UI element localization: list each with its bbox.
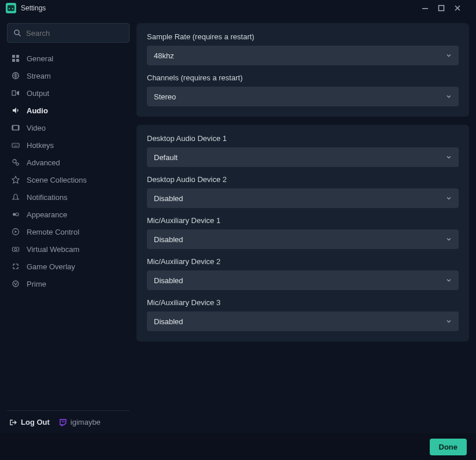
globe-icon [10, 72, 21, 80]
sidebar-item-output[interactable]: Output [7, 84, 130, 102]
sidebar-item-label: Hotkeys [27, 141, 54, 150]
sidebar-item-label: Remote Control [27, 228, 79, 236]
appearance-icon [10, 210, 21, 218]
select-sample-rate[interactable]: 48khz [147, 46, 459, 65]
select-value: Default [154, 153, 178, 162]
sidebar-item-appearance[interactable]: Appearance [7, 206, 130, 223]
sidebar-item-notifications[interactable]: Notifications [7, 188, 130, 206]
field-mic-aux-3: Mic/Auxiliary Device 3 Disabled [147, 298, 459, 331]
svg-rect-4 [439, 6, 444, 11]
select-desktop-audio-2[interactable]: Disabled [147, 188, 459, 208]
sidebar-item-label: Appearance [27, 210, 67, 219]
chevron-down-icon [446, 154, 452, 160]
chevron-down-icon [446, 94, 452, 99]
svg-point-17 [15, 144, 16, 145]
user-chip[interactable]: igimaybe [59, 418, 101, 426]
svg-rect-2 [12, 8, 13, 9]
svg-point-16 [13, 144, 14, 145]
select-desktop-audio-1[interactable]: Default [147, 147, 459, 167]
window-title: Settings [21, 4, 46, 12]
minimize-button[interactable] [422, 5, 438, 12]
gears-icon [10, 158, 21, 166]
camera-icon [10, 245, 21, 253]
select-channels[interactable]: Stereo [147, 87, 459, 106]
svg-point-21 [16, 163, 19, 165]
select-value: 48khz [154, 51, 174, 60]
username: igimaybe [71, 418, 101, 426]
select-mic-aux-2[interactable]: Disabled [147, 270, 459, 290]
logout-icon [9, 418, 17, 426]
search-icon [13, 29, 21, 37]
field-label: Mic/Auxiliary Device 1 [147, 216, 459, 225]
sidebar-item-stream[interactable]: Stream [7, 67, 130, 84]
overlay-icon [10, 262, 21, 270]
main-content: Sample Rate (requires a restart) 48khz C… [136, 23, 469, 426]
sidebar-item-virtual-webcam[interactable]: Virtual Webcam [7, 240, 130, 258]
svg-rect-13 [12, 125, 13, 130]
select-value: Stereo [154, 92, 176, 101]
sidebar-item-label: Audio [27, 106, 48, 115]
keyboard-icon [10, 141, 21, 149]
svg-rect-29 [64, 421, 64, 422]
sidebar-item-video[interactable]: Video [7, 119, 130, 136]
select-value: Disabled [154, 317, 183, 326]
field-channels: Channels (requires a restart) Stereo [147, 73, 459, 106]
svg-rect-11 [12, 91, 16, 95]
sidebar-item-label: Prime [27, 280, 46, 288]
output-icon [10, 89, 21, 97]
twitch-icon [59, 418, 67, 426]
done-button[interactable]: Done [430, 439, 467, 455]
sidebar-item-prime[interactable]: Prime [7, 275, 130, 292]
svg-rect-28 [62, 421, 62, 422]
field-sample-rate: Sample Rate (requires a restart) 48khz [147, 32, 459, 65]
select-value: Disabled [154, 276, 183, 285]
select-mic-aux-3[interactable]: Disabled [147, 311, 459, 331]
sidebar-item-label: Video [27, 124, 46, 132]
logout-button[interactable]: Log Out [9, 418, 50, 426]
svg-rect-8 [12, 59, 15, 62]
collections-icon [10, 176, 21, 184]
field-label: Desktop Audio Device 2 [147, 175, 459, 184]
grid-icon [10, 54, 21, 62]
svg-rect-1 [9, 8, 10, 9]
titlebar: Settings [0, 0, 476, 16]
audio-devices-panel: Desktop Audio Device 1 Default Desktop A… [136, 125, 469, 342]
bell-icon [10, 193, 21, 201]
sidebar-item-scene-collections[interactable]: Scene Collections [7, 171, 130, 188]
close-button[interactable] [454, 5, 470, 12]
chevron-down-icon [446, 195, 452, 201]
svg-rect-6 [12, 55, 15, 58]
select-value: Disabled [154, 194, 183, 203]
select-mic-aux-1[interactable]: Disabled [147, 229, 459, 249]
sidebar-item-label: Notifications [27, 193, 68, 202]
field-label: Mic/Auxiliary Device 2 [147, 257, 459, 266]
field-mic-aux-1: Mic/Auxiliary Device 1 Disabled [147, 216, 459, 249]
prime-icon [10, 280, 21, 288]
svg-point-5 [14, 30, 19, 35]
chevron-down-icon [446, 277, 452, 283]
sidebar-item-label: Output [27, 89, 49, 98]
sidebar-item-label: General [27, 54, 53, 63]
svg-rect-7 [16, 55, 19, 58]
sidebar-item-label: Scene Collections [27, 176, 87, 184]
chevron-down-icon [446, 53, 452, 58]
svg-point-23 [16, 213, 19, 216]
svg-point-26 [14, 248, 17, 251]
search-input-wrap[interactable] [7, 23, 130, 43]
sidebar-item-game-overlay[interactable]: Game Overlay [7, 258, 130, 275]
sidebar-item-label: Stream [27, 72, 51, 80]
svg-rect-14 [18, 125, 19, 130]
sidebar-item-audio[interactable]: Audio [7, 102, 130, 119]
audio-general-panel: Sample Rate (requires a restart) 48khz C… [136, 23, 469, 117]
app-icon [6, 3, 16, 13]
sidebar-item-label: Game Overlay [27, 262, 75, 271]
sidebar-item-general[interactable]: General [7, 50, 130, 67]
sidebar-item-remote-control[interactable]: Remote Control [7, 223, 130, 240]
maximize-button[interactable] [438, 5, 454, 12]
chevron-down-icon [446, 318, 452, 324]
sidebar-item-hotkeys[interactable]: Hotkeys [7, 136, 130, 154]
search-input[interactable] [26, 29, 123, 38]
field-desktop-audio-1: Desktop Audio Device 1 Default [147, 134, 459, 167]
remote-icon [10, 228, 21, 236]
sidebar-item-advanced[interactable]: Advanced [7, 154, 130, 171]
